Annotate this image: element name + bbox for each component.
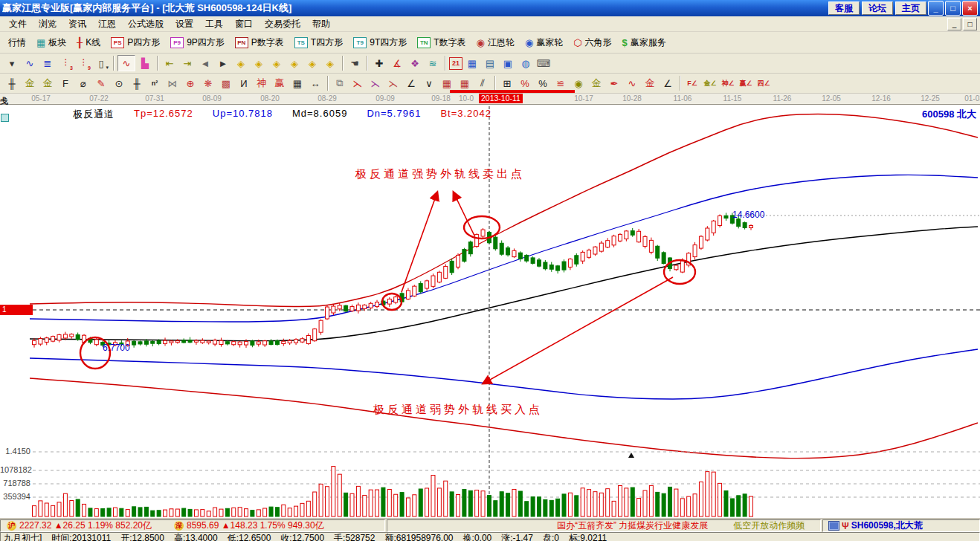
panel-icon[interactable] bbox=[828, 521, 839, 531]
row2-icon-28[interactable]: ⌨ bbox=[535, 56, 552, 71]
minimize-button[interactable]: _ bbox=[928, 1, 944, 16]
row2-icon-0[interactable]: ▾ bbox=[4, 56, 20, 71]
row2-icon-16[interactable]: ◈ bbox=[304, 56, 320, 71]
row3-icon-32[interactable]: 金 bbox=[588, 76, 605, 91]
toolbar-button-2[interactable]: ╂K线 bbox=[71, 34, 106, 51]
kline-chart[interactable]: 戋 极反通道Tp=12.6572Up=10.7818Md=8.6059Dn=5.… bbox=[0, 105, 980, 518]
row3-icon-35[interactable]: 金 bbox=[642, 76, 658, 91]
row2-icon-12[interactable]: ◈ bbox=[233, 56, 249, 71]
row2-icon-1[interactable]: ∿ bbox=[22, 56, 38, 71]
row2-icon-19[interactable]: ✚ bbox=[371, 56, 387, 71]
row2-icon-22[interactable]: ≋ bbox=[425, 56, 441, 71]
toolbar-button-11[interactable]: ⬡六角形 bbox=[568, 34, 616, 51]
row3-icon-1[interactable]: 金 bbox=[22, 76, 38, 91]
row3-icon-7[interactable]: ╫ bbox=[129, 76, 145, 91]
row3-icon-30[interactable]: ≌ bbox=[552, 76, 569, 91]
row2-icon-4[interactable]: ⫶9 bbox=[75, 56, 91, 71]
toolbar-button-12[interactable]: $赢家服务 bbox=[617, 34, 671, 51]
row3-icon-11[interactable]: ❋ bbox=[200, 76, 216, 91]
toolbar-button-10[interactable]: ◉赢家轮 bbox=[520, 34, 568, 51]
menu-item-3[interactable]: 江恩 bbox=[92, 16, 122, 32]
toolbar-button-6[interactable]: TST四方形 bbox=[289, 34, 348, 51]
menu-item-9[interactable]: 帮助 bbox=[306, 16, 336, 32]
row3-icon-6[interactable]: ⊙ bbox=[111, 76, 127, 91]
row3-icon-28[interactable]: % bbox=[517, 76, 533, 91]
menu-item-8[interactable]: 交易委托 bbox=[259, 16, 306, 32]
row3-icon-10[interactable]: ⊕ bbox=[182, 76, 199, 91]
mdi-control-1[interactable]: □ bbox=[963, 18, 977, 30]
row3-icon-29[interactable]: % bbox=[535, 76, 551, 91]
row3-icon-12[interactable]: ▩ bbox=[218, 76, 234, 91]
row3-icon-9[interactable]: ⋈ bbox=[164, 76, 181, 91]
row3-icon-5[interactable]: ✎ bbox=[93, 76, 109, 91]
toolbar-button-3[interactable]: PSP四方形 bbox=[106, 34, 165, 51]
row3-icon-2[interactable]: 金 bbox=[39, 76, 56, 91]
row3-icon-20[interactable]: ⋋ bbox=[367, 76, 384, 91]
row2-icon-9[interactable]: ⇥ bbox=[179, 56, 196, 71]
row2-icon-26[interactable]: ▣ bbox=[500, 56, 516, 71]
row3-icon-22[interactable]: ∠ bbox=[403, 76, 419, 91]
menu-item-5[interactable]: 设置 bbox=[170, 16, 199, 32]
row3-icon-26[interactable]: ⫽ bbox=[474, 76, 491, 91]
toolbar-button-5[interactable]: PNP数字表 bbox=[230, 34, 289, 51]
row3-icon-0[interactable]: ╫ bbox=[4, 76, 20, 91]
row2-icon-20[interactable]: ∡ bbox=[389, 56, 405, 71]
row2-icon-8[interactable]: ⇤ bbox=[161, 56, 178, 71]
row2-icon-17[interactable]: ◈ bbox=[322, 56, 338, 71]
row2-icon-25[interactable]: ▤ bbox=[482, 56, 498, 71]
row3-icon-17[interactable]: ↔ bbox=[307, 76, 323, 91]
close-button[interactable]: × bbox=[962, 1, 978, 16]
row3-icon-23[interactable]: ∨ bbox=[421, 76, 437, 91]
row3-icon-19[interactable]: ⋋ bbox=[349, 76, 366, 91]
restore-button[interactable]: □ bbox=[945, 1, 961, 16]
quick-button-2[interactable]: 主页 bbox=[895, 1, 926, 15]
toolbar-button-0[interactable]: 行情 bbox=[3, 34, 31, 51]
toolbar-button-4[interactable]: P99P四方形 bbox=[165, 34, 230, 51]
row3-icon-36[interactable]: ∠ bbox=[660, 76, 676, 91]
row3-icon-39[interactable]: 神∠ bbox=[720, 76, 736, 91]
row3-icon-24[interactable]: ▦ bbox=[439, 76, 455, 91]
row2-icon-3[interactable]: ⫶3 bbox=[57, 56, 74, 71]
row2-icon-21[interactable]: ❖ bbox=[407, 56, 423, 71]
row3-icon-41[interactable]: 四∠ bbox=[755, 76, 772, 91]
row3-icon-3[interactable]: F bbox=[57, 76, 74, 91]
row3-icon-25[interactable]: ▦ bbox=[457, 76, 473, 91]
row2-icon-2[interactable]: ≣ bbox=[39, 56, 56, 71]
row3-icon-37[interactable]: F∠ bbox=[684, 76, 700, 91]
row3-icon-21[interactable]: ⋋ bbox=[385, 76, 402, 91]
quick-button-0[interactable]: 客服 bbox=[828, 1, 860, 15]
row3-icon-38[interactable]: 金∠ bbox=[702, 76, 718, 91]
toolbar-button-1[interactable]: ▦板块 bbox=[31, 34, 71, 51]
quick-button-1[interactable]: 论坛 bbox=[862, 1, 893, 15]
row3-icon-18[interactable]: ⧉ bbox=[332, 76, 348, 91]
menu-item-0[interactable]: 文件 bbox=[3, 16, 33, 32]
row3-icon-40[interactable]: 赢∠ bbox=[738, 76, 754, 91]
row3-icon-34[interactable]: ∿ bbox=[624, 76, 640, 91]
row2-icon-23[interactable]: 21 bbox=[449, 57, 462, 70]
toolbar-button-9[interactable]: ◉江恩轮 bbox=[471, 34, 520, 51]
row3-icon-16[interactable]: ▦ bbox=[289, 76, 306, 91]
row2-icon-27[interactable]: ◍ bbox=[518, 56, 534, 71]
news-ticker-panel[interactable]: 国办“五箭齐发” 力挺煤炭行业健康发展低空开放动作频频 bbox=[387, 519, 821, 532]
row3-icon-4[interactable]: ⌀ bbox=[75, 76, 91, 91]
row3-icon-13[interactable]: И bbox=[236, 76, 252, 91]
row2-icon-11[interactable]: ► bbox=[215, 56, 231, 71]
row2-icon-6[interactable]: ∿ bbox=[117, 55, 135, 71]
row3-icon-27[interactable]: ⊞ bbox=[499, 76, 515, 91]
row2-icon-7[interactable]: ▙ bbox=[137, 56, 153, 71]
row3-icon-15[interactable]: 赢 bbox=[271, 76, 288, 91]
row2-icon-14[interactable]: ◈ bbox=[268, 56, 285, 71]
menu-item-2[interactable]: 资讯 bbox=[62, 16, 92, 32]
row3-icon-31[interactable]: ◉ bbox=[570, 76, 587, 91]
row2-icon-24[interactable]: ▦ bbox=[464, 56, 480, 71]
mdi-control-0[interactable]: _ bbox=[947, 18, 961, 30]
toolbar-button-8[interactable]: TNT数字表 bbox=[412, 34, 471, 51]
row3-icon-8[interactable]: n² bbox=[146, 76, 163, 91]
row2-icon-5[interactable]: ▯▾ bbox=[93, 56, 109, 71]
row2-icon-18[interactable]: ☚ bbox=[346, 56, 363, 71]
row2-icon-13[interactable]: ◈ bbox=[251, 56, 267, 71]
row2-icon-15[interactable]: ◈ bbox=[286, 56, 303, 71]
row3-icon-14[interactable]: 神 bbox=[254, 76, 270, 91]
row3-icon-33[interactable]: ✒ bbox=[606, 76, 622, 91]
menu-item-4[interactable]: 公式选股 bbox=[122, 16, 170, 32]
